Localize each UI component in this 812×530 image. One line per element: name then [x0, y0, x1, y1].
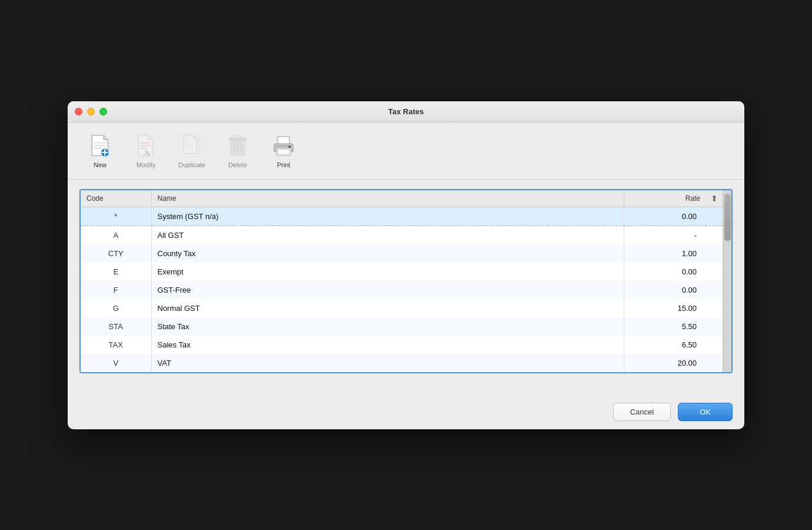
cell-code: CTY: [81, 244, 151, 263]
cell-name: System (GST n/a): [151, 207, 624, 226]
col-header-rate: Rate: [624, 190, 706, 207]
cell-sort: [706, 281, 723, 299]
scrollbar-thumb: [724, 194, 731, 241]
print-button[interactable]: Print: [263, 130, 304, 172]
modify-button[interactable]: Modify: [125, 130, 167, 172]
cell-rate: -: [624, 226, 706, 244]
cell-sort: [706, 207, 723, 226]
tax-rates-table-container: Code Name Rate ⬆ *System (GST n/a)0.00AA…: [79, 189, 733, 373]
print-label: Print: [277, 161, 291, 168]
content-area: Code Name Rate ⬆ *System (GST n/a)0.00AA…: [68, 180, 744, 395]
cell-sort: [706, 299, 723, 317]
cell-rate: 20.00: [624, 354, 706, 372]
cell-name: Sales Tax: [151, 336, 624, 354]
cell-name: GST-Free: [151, 281, 624, 299]
cell-name: Normal GST: [151, 299, 624, 317]
cell-sort: [706, 263, 723, 281]
duplicate-label: Duplicate: [178, 161, 205, 168]
modify-label: Modify: [137, 161, 155, 168]
cell-rate: 5.50: [624, 317, 706, 336]
minimize-button[interactable]: [87, 108, 95, 115]
cell-sort: [706, 244, 723, 263]
duplicate-button[interactable]: Duplicate: [171, 130, 212, 172]
cell-rate: 0.00: [624, 207, 706, 226]
sort-icon: ⬆: [711, 194, 718, 203]
footer: Cancel OK: [68, 395, 744, 429]
cell-name: County Tax: [151, 244, 624, 263]
close-button[interactable]: [75, 108, 82, 115]
table-row[interactable]: *System (GST n/a)0.00: [81, 207, 723, 226]
cell-name: VAT: [151, 354, 624, 372]
tax-rates-table: Code Name Rate ⬆ *System (GST n/a)0.00AA…: [81, 190, 723, 372]
cell-code: V: [81, 354, 151, 372]
cell-name: State Tax: [151, 317, 624, 336]
print-icon: [271, 133, 297, 159]
cell-code: A: [81, 226, 151, 244]
cell-code: TAX: [81, 336, 151, 354]
modify-icon: [133, 133, 159, 159]
cell-rate: 0.00: [624, 263, 706, 281]
new-icon: [87, 133, 113, 159]
table-row[interactable]: AAll GST-: [81, 226, 723, 244]
cancel-button[interactable]: Cancel: [613, 403, 671, 421]
cell-sort: [706, 336, 723, 354]
cell-rate: 15.00: [624, 299, 706, 317]
cell-sort: [706, 354, 723, 372]
table-row[interactable]: STAState Tax5.50: [81, 317, 723, 336]
table-row[interactable]: CTYCounty Tax1.00: [81, 244, 723, 263]
ok-button[interactable]: OK: [678, 403, 733, 421]
new-button[interactable]: New: [79, 130, 121, 172]
table-row[interactable]: FGST-Free0.00: [81, 281, 723, 299]
cell-code: F: [81, 281, 151, 299]
cell-code: E: [81, 263, 151, 281]
cell-rate: 1.00: [624, 244, 706, 263]
table-header-row: Code Name Rate ⬆: [81, 190, 723, 207]
cell-name: Exempt: [151, 263, 624, 281]
cell-code: G: [81, 299, 151, 317]
window-title: Tax Rates: [388, 107, 424, 116]
window-controls: [75, 108, 107, 115]
cell-sort: [706, 317, 723, 336]
table-row[interactable]: GNormal GST15.00: [81, 299, 723, 317]
cell-code: STA: [81, 317, 151, 336]
col-header-code: Code: [81, 190, 151, 207]
svg-rect-23: [278, 150, 289, 154]
table-row[interactable]: EExempt0.00: [81, 263, 723, 281]
cell-rate: 6.50: [624, 336, 706, 354]
table-row[interactable]: VVAT20.00: [81, 354, 723, 372]
delete-icon: [225, 133, 251, 159]
cell-rate: 0.00: [624, 281, 706, 299]
maximize-button[interactable]: [99, 108, 107, 115]
tax-rates-window: Tax Rates New: [68, 101, 744, 429]
duplicate-icon: [179, 133, 205, 159]
delete-label: Delete: [228, 161, 247, 168]
delete-button[interactable]: Delete: [217, 130, 258, 172]
table-row[interactable]: TAXSales Tax6.50: [81, 336, 723, 354]
cell-code: *: [81, 207, 151, 226]
toolbar: New Modify: [68, 122, 744, 180]
cell-name: All GST: [151, 226, 624, 244]
titlebar: Tax Rates: [68, 101, 744, 122]
col-header-name: Name: [151, 190, 624, 207]
col-header-sort[interactable]: ⬆: [706, 190, 723, 207]
new-label: New: [94, 161, 107, 168]
scrollbar[interactable]: [723, 190, 731, 372]
cell-sort: [706, 226, 723, 244]
